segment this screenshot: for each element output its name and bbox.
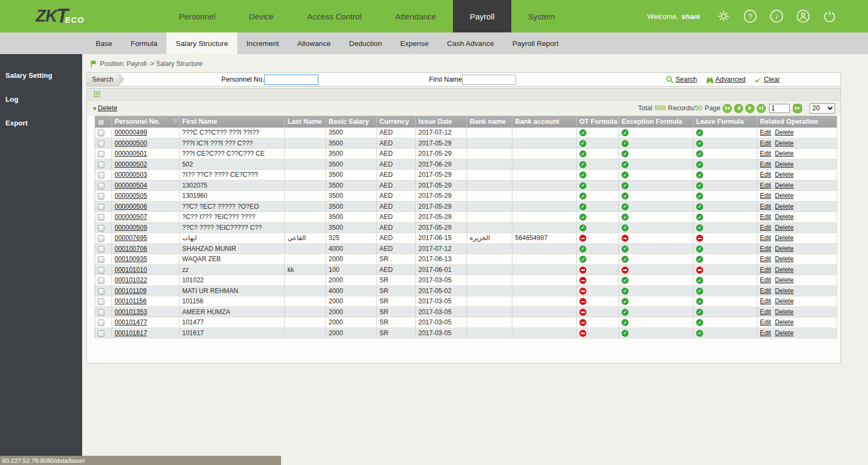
personnel-no-link[interactable]: 000100706 [115, 245, 147, 253]
row-checkbox[interactable] [98, 256, 104, 263]
sidebar-item-export[interactable]: Export [0, 114, 82, 132]
delete-link[interactable]: Delete [775, 213, 794, 221]
row-checkbox[interactable] [98, 298, 104, 305]
delete-link[interactable]: Delete [775, 171, 794, 178]
personnel-no-link[interactable]: 000101109 [115, 287, 146, 295]
delete-link[interactable]: Delete [775, 297, 794, 305]
tab-formula[interactable]: Formula [122, 32, 167, 54]
personnel-no-link[interactable]: 000000500 [115, 140, 147, 147]
row-checkbox[interactable] [98, 330, 104, 337]
personnel-no-link[interactable]: 000101156 [115, 297, 146, 305]
delete-link[interactable]: Delete [775, 255, 794, 263]
nav-item-attendance[interactable]: Attendance [378, 0, 453, 32]
row-checkbox[interactable] [98, 162, 104, 168]
edit-link[interactable]: Edit [760, 266, 771, 274]
delete-link[interactable]: Delete [775, 266, 794, 274]
edit-link[interactable]: Edit [760, 287, 771, 295]
next-page-button[interactable] [745, 104, 755, 113]
row-checkbox[interactable] [98, 204, 104, 210]
delete-link[interactable]: Delete [775, 192, 794, 200]
col-header-leave-formula[interactable]: Leave Formula [693, 116, 757, 128]
help-icon[interactable]: ? [743, 9, 757, 23]
prev-page-button[interactable] [734, 104, 743, 113]
row-checkbox[interactable] [98, 183, 104, 189]
edit-link[interactable]: Edit [760, 140, 771, 147]
edit-link[interactable]: Edit [760, 255, 771, 263]
edit-link[interactable]: Edit [760, 329, 771, 337]
edit-link[interactable]: Edit [760, 224, 771, 231]
personnel-no-link[interactable]: 000000505 [115, 192, 147, 200]
row-checkbox[interactable] [98, 288, 104, 295]
tab-increment[interactable]: Increment [237, 32, 288, 54]
tab-payroll-report[interactable]: Payroll Report [503, 32, 568, 54]
advanced-button[interactable]: Advanced [706, 76, 746, 83]
personnel-no-link[interactable]: 000101022 [115, 276, 147, 284]
delete-link[interactable]: Delete [775, 161, 794, 168]
delete-link[interactable]: Delete [775, 276, 794, 284]
edit-link[interactable]: Edit [760, 129, 771, 136]
nav-item-device[interactable]: Device [232, 0, 291, 32]
edit-link[interactable]: Edit [760, 308, 771, 316]
personnel-no-link[interactable]: 000007695 [115, 234, 147, 242]
personnel-no-link[interactable]: 000000503 [115, 171, 147, 178]
search-button[interactable]: Search [666, 76, 697, 84]
tab-salary-structure[interactable]: Salary Structure [166, 32, 237, 54]
row-checkbox[interactable] [98, 235, 104, 242]
personnel-no-link[interactable]: 000000507 [115, 213, 147, 221]
personnel-no-link[interactable]: 000101477 [115, 318, 147, 326]
delete-link[interactable]: Delete [775, 245, 794, 253]
grid-handle-icon[interactable] [94, 91, 100, 97]
edit-link[interactable]: Edit [760, 213, 771, 221]
delete-link[interactable]: Delete [775, 129, 794, 136]
account-icon[interactable] [796, 9, 810, 23]
tab-expense[interactable]: Expense [391, 32, 438, 54]
col-header-ot-formula[interactable]: OT Formula [577, 116, 619, 128]
sidebar-item-salary-setting[interactable]: Salary Setting [0, 66, 82, 85]
row-checkbox[interactable] [98, 225, 104, 231]
first-page-button[interactable] [723, 104, 732, 113]
col-header-bank-name[interactable]: Bank name [467, 116, 512, 128]
edit-link[interactable]: Edit [760, 161, 771, 168]
nav-item-system[interactable]: System [511, 0, 572, 32]
row-checkbox[interactable] [98, 267, 104, 274]
sidebar-item-log[interactable]: Log [0, 90, 82, 109]
col-header-personnel-no[interactable]: Personnel No.▽ [112, 116, 179, 128]
row-checkbox[interactable] [98, 309, 104, 316]
delete-selected-button[interactable]: Delete [94, 104, 117, 112]
delete-link[interactable]: Delete [775, 182, 794, 189]
edit-link[interactable]: Edit [760, 171, 771, 178]
nav-item-access-control[interactable]: Access Control [290, 0, 378, 32]
personnel-no-link[interactable]: 000000499 [115, 129, 147, 136]
first-name-input[interactable] [462, 75, 516, 85]
delete-link[interactable]: Delete [775, 150, 794, 157]
edit-link[interactable]: Edit [760, 297, 771, 305]
row-checkbox[interactable] [98, 193, 104, 200]
col-header-bank-account[interactable]: Bank account [512, 116, 577, 128]
row-checkbox[interactable] [98, 214, 104, 221]
col-header-exception-formula[interactable]: Exception Formula [619, 116, 693, 128]
col-header-related-operation[interactable]: Related Operation [757, 116, 837, 128]
personnel-no-input[interactable] [264, 75, 318, 85]
personnel-no-link[interactable]: 000101353 [115, 308, 147, 316]
personnel-no-link[interactable]: 000000504 [115, 182, 147, 189]
clear-button[interactable]: Clear [754, 76, 780, 83]
col-header-basic-salary[interactable]: Basic Salary [326, 116, 377, 128]
row-checkbox[interactable] [98, 130, 104, 136]
edit-link[interactable]: Edit [760, 276, 771, 284]
col-header-last-name[interactable]: Last Name [285, 116, 326, 128]
zkteco-logo[interactable]: ZKTECO [0, 0, 162, 32]
delete-link[interactable]: Delete [775, 329, 794, 337]
page-size-select[interactable]: 20 [810, 103, 835, 114]
tab-allowance[interactable]: Allowance [288, 32, 340, 54]
nav-item-personnel[interactable]: Personnel [162, 0, 232, 32]
row-checkbox[interactable] [98, 277, 104, 284]
personnel-no-link[interactable]: 000000509 [115, 224, 147, 231]
edit-link[interactable]: Edit [760, 192, 771, 200]
row-checkbox[interactable] [98, 246, 104, 253]
last-page-button[interactable] [757, 104, 766, 113]
delete-link[interactable]: Delete [775, 203, 794, 210]
edit-link[interactable]: Edit [760, 150, 771, 157]
info-icon[interactable]: i [770, 9, 784, 23]
personnel-no-link[interactable]: 000101617 [115, 329, 147, 337]
tab-base[interactable]: Base [86, 32, 122, 54]
